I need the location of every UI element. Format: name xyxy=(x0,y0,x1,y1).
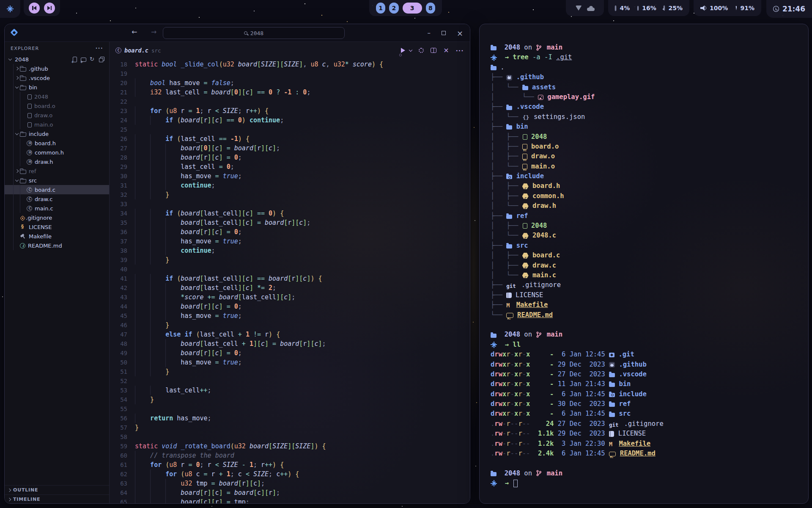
workspace-2[interactable]: 2 xyxy=(389,3,398,14)
minimize-button[interactable]: – xyxy=(427,29,431,37)
media-next-button[interactable] xyxy=(44,3,55,14)
workspace-3-active[interactable]: 3 xyxy=(403,3,422,14)
more-actions-icon[interactable]: ··· xyxy=(456,47,464,54)
close-button[interactable]: × xyxy=(457,29,463,38)
sidebar-item-draw-h[interactable]: draw.h xyxy=(5,157,109,166)
run-dropdown-icon[interactable] xyxy=(409,48,412,52)
line-number: 60 xyxy=(110,451,127,460)
nix-logo-button[interactable] xyxy=(0,0,20,18)
code-line: 45 has_move = true; xyxy=(110,311,470,320)
line-number: 48 xyxy=(110,339,127,348)
sidebar-item--github[interactable]: .github xyxy=(5,64,109,73)
sidebar-item-include[interactable]: include xyxy=(5,129,109,138)
sidebar-item-main-o[interactable]: main.o xyxy=(5,120,109,129)
terminal-window[interactable]: 2048 on main → tree -a -I .git .├── .git… xyxy=(479,24,809,504)
panel-outline[interactable]: OUTLINE xyxy=(5,485,109,494)
explorer-more-icon[interactable]: ··· xyxy=(96,45,103,51)
tab-filename: board.c xyxy=(124,47,148,54)
line-number: 51 xyxy=(110,367,127,376)
doc-icon xyxy=(523,134,527,140)
terminal-line: drwxr-xr-x - 6 Jan 12:45 .git xyxy=(491,350,797,359)
panel-timeline[interactable]: TIMELINE xyxy=(5,494,109,504)
chevron-down-icon xyxy=(15,131,19,135)
code-line: 50 has_move = true; xyxy=(110,358,470,367)
snow-icon xyxy=(491,480,497,486)
editor-pane: board.c src × ··· 18static bool _slide_c… xyxy=(110,42,470,504)
book-icon xyxy=(609,431,614,436)
sidebar-item-license[interactable]: LICENSE xyxy=(5,222,109,232)
line-number: 38 xyxy=(110,246,127,255)
command-search-input[interactable]: 2048 xyxy=(163,27,345,39)
line-number: 27 xyxy=(110,144,127,153)
sidebar-item-board-h[interactable]: board.h xyxy=(5,138,109,148)
sidebar-item-main-c[interactable]: main.c xyxy=(5,204,109,213)
code-line: 36 board[r][c] = 0; xyxy=(110,227,470,237)
workspace-8[interactable]: 8 xyxy=(426,3,435,14)
sidebar-item-label: 2048 xyxy=(34,94,48,100)
line-number: 50 xyxy=(110,358,127,367)
media-previous-button[interactable] xyxy=(29,3,40,14)
code-line: 24 if (board[r][c] == 0) continue; xyxy=(110,116,470,125)
collapse-all-icon[interactable] xyxy=(98,56,105,63)
sidebar-item-readme-md[interactable]: README.md xyxy=(5,241,109,250)
code-line: 47 else if (last_cell + 1 != r) { xyxy=(110,330,470,339)
terminal-line: drwxr-xr-x - 29 Dec 2023 .github xyxy=(491,360,797,370)
network-status[interactable] xyxy=(566,0,604,16)
sidebar-item--gitignore[interactable]: .gitignore xyxy=(5,213,109,222)
terminal-line: │ └── 2048.c xyxy=(491,231,797,240)
code-line: 56 return has_move; xyxy=(110,414,470,423)
sidebar-item-board-o[interactable]: board.o xyxy=(5,101,109,110)
close-editor-icon[interactable]: × xyxy=(443,47,449,54)
gitignore-icon xyxy=(20,215,25,221)
run-button[interactable] xyxy=(401,47,405,55)
line-number: 64 xyxy=(110,488,127,497)
terminal-line: drwxr-xr-x - 27 Dec 2023 .vscode xyxy=(491,370,797,379)
sidebar-item-draw-c[interactable]: draw.c xyxy=(5,194,109,204)
chex-icon xyxy=(522,253,529,259)
cfile-icon xyxy=(27,206,32,211)
code-line: 18static bool _slide_col(u32 board[SIZE]… xyxy=(110,60,470,69)
folder-icon xyxy=(506,106,512,110)
sidebar-item-bin[interactable]: bin xyxy=(5,83,109,92)
terminal-line: . xyxy=(491,63,797,72)
terminal-line: ├── .vscode xyxy=(491,102,797,112)
nav-forward-button[interactable]: → xyxy=(151,28,156,36)
line-number: 18 xyxy=(110,60,127,69)
terminal-line: ├── ref xyxy=(491,211,797,221)
settings-gear-icon[interactable] xyxy=(419,48,424,53)
line-number: 59 xyxy=(110,442,127,451)
code-line: 65 board[c][r] = tmp; xyxy=(110,497,470,504)
code-area[interactable]: 18static bool _slide_col(u32 board[SIZE]… xyxy=(110,59,470,504)
editor-titlebar[interactable]: ← → 2048 – × xyxy=(5,24,470,42)
terminal-line: │ ├── draw.c xyxy=(491,261,797,271)
sidebar-item-common-h[interactable]: common.h xyxy=(5,148,109,157)
new-folder-icon[interactable] xyxy=(80,56,87,63)
explorer-header: EXPLORER xyxy=(11,46,39,51)
sidebar-item-label: Makefile xyxy=(29,233,52,240)
folder-icon xyxy=(506,125,512,130)
sidebar-item-ref[interactable]: ref xyxy=(5,166,109,176)
explorer-root-row[interactable]: 2048 xyxy=(5,55,109,64)
sidebar-item--vscode[interactable]: .vscode xyxy=(5,73,109,83)
volume-level: 100% xyxy=(710,5,728,11)
workspace-1[interactable]: 1 xyxy=(376,3,385,14)
code-line: 26 if (last_cell == -1) { xyxy=(110,134,470,144)
c-file-icon xyxy=(115,47,121,53)
sidebar-item-draw-o[interactable]: draw.o xyxy=(5,110,109,120)
sidebar-item-2048[interactable]: 2048 xyxy=(5,92,109,101)
explorer-root-label: 2048 xyxy=(15,56,29,63)
new-file-icon[interactable] xyxy=(71,56,78,63)
terminal-line: │ ├── draw.o xyxy=(491,152,797,161)
refresh-icon[interactable] xyxy=(89,56,96,63)
sidebar-item-makefile[interactable]: Makefile xyxy=(5,232,109,241)
nav-back-button[interactable]: ← xyxy=(132,28,137,36)
sidebar-item-src[interactable]: src xyxy=(5,176,109,185)
split-editor-icon[interactable] xyxy=(431,48,436,53)
clock-widget[interactable]: 21:46 xyxy=(766,0,812,18)
sidebar-item-label: .gitignore xyxy=(26,215,52,221)
sidebar-item-board-c[interactable]: board.c xyxy=(5,185,109,194)
terminal-line: ├── Makefile xyxy=(491,300,797,310)
tab-board-c[interactable]: board.c src xyxy=(115,47,161,54)
line-number: 42 xyxy=(110,283,127,293)
maximize-button[interactable] xyxy=(442,31,446,35)
